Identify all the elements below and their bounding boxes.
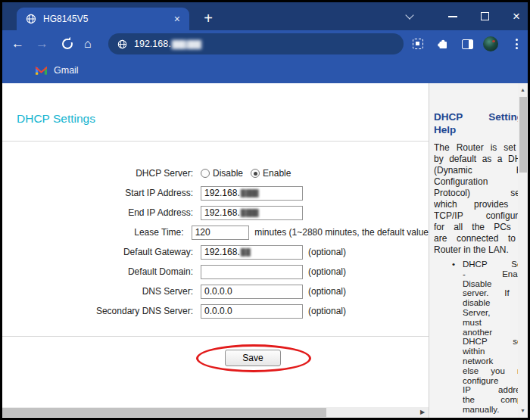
field-label: Start IP Address: [2, 188, 199, 198]
save-button[interactable]: Save [225, 350, 281, 366]
v-scroll-thumb[interactable] [519, 97, 527, 173]
side-panel-icon[interactable] [462, 30, 473, 58]
field-default-domain: Default Domain: (optional) [2, 262, 429, 282]
horizontal-scrollbar[interactable]: ▶ [2, 407, 429, 418]
tab-title: HG8145V5 [43, 14, 174, 24]
dns-server-input[interactable]: 0.0.0.0 [201, 285, 303, 299]
input-value: 120 [195, 227, 210, 238]
text-line: which provides t [434, 199, 518, 210]
text-line: Server, y [463, 308, 518, 318]
default-gateway-input[interactable]: 192.168. █.█ [201, 245, 303, 260]
forward-button[interactable]: → [36, 30, 48, 58]
dhcp-form: DHCP Server: Disable Enable Start IP Add… [2, 163, 429, 321]
tab-search-chevron-icon[interactable] [406, 12, 413, 19]
start-ip-input[interactable]: 192.168. █.███ [201, 186, 303, 201]
default-domain-input[interactable] [201, 265, 303, 279]
divider [2, 336, 429, 337]
help-bullet-start: Start [434, 416, 518, 418]
h-scroll-thumb[interactable] [2, 408, 326, 417]
text-line: must ha [463, 318, 518, 328]
new-tab-button[interactable]: + [199, 10, 217, 28]
input-value: 192.168. [204, 247, 240, 257]
optional-note: (optional) [308, 306, 346, 316]
site-globe-icon [117, 39, 127, 49]
bookmark-gmail[interactable]: Gmail [36, 65, 79, 76]
back-button[interactable]: ← [11, 30, 24, 58]
browser-window: HG8145V5 × + × ← → ⌂ 192.168. ███.███ [0, 0, 530, 420]
window-close-button[interactable]: × [513, 10, 520, 23]
page-title: DHCP Settings [17, 112, 95, 126]
text-line: network [463, 356, 518, 366]
browser-toolbar: ← → ⌂ 192.168. ███.███ [2, 30, 528, 58]
field-dns-server: DNS Server: 0.0.0.0 (optional) [2, 282, 429, 301]
end-ip-input[interactable]: 192.168. █.███ [201, 206, 303, 220]
field-label: Default Gateway: [2, 247, 199, 257]
text-line: within yo [463, 347, 518, 356]
text-line: Disable t [463, 279, 518, 289]
help-sidebar: DHCP SettingHelp The Router is set uby d… [429, 83, 518, 418]
text-line: (Dynamic Ho [434, 165, 518, 176]
tab-favicon-globe-icon [26, 14, 36, 24]
optional-note: (optional) [308, 286, 346, 297]
profile-avatar[interactable] [483, 30, 498, 58]
text-line: disable t [463, 298, 518, 308]
text-line: DHCP serv [463, 337, 518, 347]
lease-time-input[interactable]: 120 [192, 226, 250, 240]
text-line: the comput [463, 395, 518, 405]
text-line: TCP/IP configurati [434, 210, 518, 222]
secondary-dns-input[interactable]: 0.0.0.0 [201, 304, 303, 319]
text-line: The Router is set u [434, 142, 518, 154]
text-line: Start [463, 416, 518, 418]
field-label: Secondary DNS Server: [2, 306, 199, 316]
extensions-puzzle-icon[interactable] [437, 30, 449, 58]
url-prefix: 192.168. [134, 39, 171, 49]
radio-disable[interactable] [201, 169, 210, 178]
window-controls: × [448, 2, 520, 30]
scroll-up-button[interactable]: ▲ [518, 85, 528, 95]
field-label: Lease Time: [2, 227, 190, 238]
gmail-icon [36, 66, 47, 75]
capture-icon[interactable] [413, 30, 423, 58]
text-line: by default as a DHC [434, 154, 518, 165]
field-default-gateway: Default Gateway: 192.168. █.█ (optional) [2, 242, 429, 262]
field-end-ip: End IP Address: 192.168. █.███ [2, 203, 429, 222]
scroll-down-button[interactable]: ▼ [518, 406, 528, 415]
minimize-button[interactable] [448, 16, 457, 17]
home-button[interactable]: ⌂ [84, 30, 92, 58]
input-value: 0.0.0.0 [204, 306, 232, 316]
url-text: 192.168. ███.███ [134, 39, 201, 49]
sidebar-scrollbar[interactable]: ▲ ▼ [518, 83, 528, 418]
text-line: IP address [463, 385, 518, 395]
scroll-right-button[interactable]: ▶ [416, 407, 429, 418]
maximize-button[interactable] [481, 12, 489, 20]
browser-tab[interactable]: HG8145V5 × [17, 8, 189, 30]
lease-time-note: minutes (1~2880 minutes, the default val… [254, 227, 429, 238]
reload-button[interactable] [62, 39, 73, 49]
field-label: DNS Server: [2, 286, 199, 297]
menu-kebab-icon[interactable] [516, 30, 518, 58]
address-bar[interactable]: 192.168. ███.███ [108, 33, 404, 54]
tab-close-icon[interactable]: × [174, 14, 180, 24]
text-line: for all the PCs th [434, 222, 518, 233]
text-line: server. If y [463, 288, 518, 298]
radio-enable[interactable] [251, 169, 260, 178]
page-content: DHCP Settings DHCP Server: Disable Enabl… [2, 83, 528, 418]
field-lease-time: Lease Time: 120 minutes (1~2880 minutes,… [2, 222, 429, 242]
text-line: are connected to t [434, 233, 518, 244]
text-line: another [463, 328, 518, 338]
text-line: manually. [463, 405, 518, 415]
text-line: configure t [463, 376, 518, 386]
radio-label-disable: Disable [213, 168, 243, 179]
redacted-value: █.███ [241, 189, 258, 197]
text-line: else you mu [463, 366, 518, 376]
bookmark-label: Gmail [54, 65, 79, 76]
optional-note: (optional) [308, 247, 346, 257]
field-start-ip: Start IP Address: 192.168. █.███ [2, 183, 429, 203]
text-line: Router in the LAN. [434, 244, 518, 256]
text-line: Help [434, 123, 518, 136]
radio-label-enable: Enable [263, 168, 291, 179]
divider [2, 141, 429, 142]
help-bullet-dhcp-server: DHCP Serv- EnableDisable tserver. If ydi… [434, 260, 518, 415]
redacted-value: █.███ [241, 209, 258, 216]
url-redacted: ███.███ [172, 40, 201, 48]
